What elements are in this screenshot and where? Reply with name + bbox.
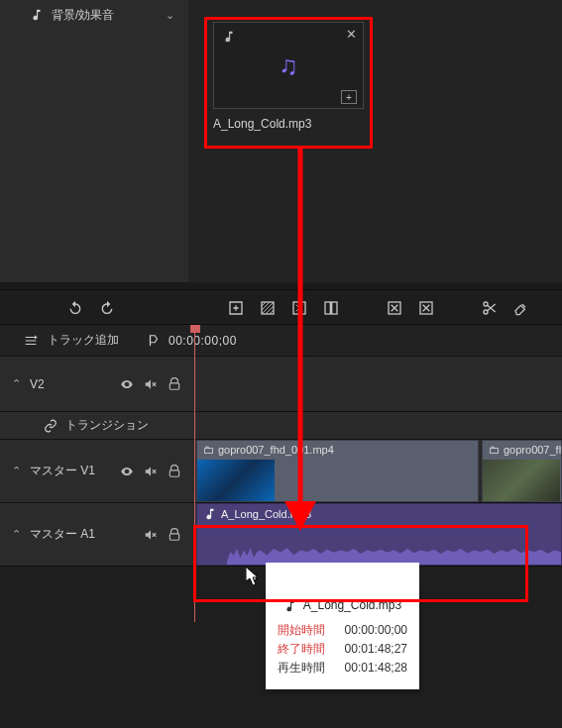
tooltip-duration-value: 00:01:48;28 xyxy=(345,659,407,677)
clip-label: gopro007_fhd xyxy=(504,444,562,456)
track-content-transition[interactable] xyxy=(191,412,562,439)
timeline-timecode[interactable]: 00:00:00;00 xyxy=(169,334,237,348)
folder-icon: 🗀 xyxy=(203,444,214,456)
track-content-master-v1[interactable]: 🗀 gopro007_fhd_001.mp4 🗀 gopro007_fhd xyxy=(191,440,562,502)
track-transition[interactable]: トランジション xyxy=(0,412,562,440)
svg-rect-8 xyxy=(169,383,178,389)
media-category-label: 背景/効果音 xyxy=(52,7,114,24)
audio-clip[interactable]: A_Long_Cold.mp3 xyxy=(196,503,562,566)
visibility-icon[interactable] xyxy=(120,464,134,478)
track-label: V2 xyxy=(30,377,45,391)
tooltip-end-label: 終了時間 xyxy=(278,640,333,659)
music-icon xyxy=(203,507,217,521)
svg-point-6 xyxy=(484,310,488,314)
media-category-bgm[interactable]: 背景/効果音 ⌄ xyxy=(0,0,188,30)
close-icon[interactable]: ✕ xyxy=(346,27,357,42)
clip-thumb xyxy=(483,460,560,501)
chevron-down-icon[interactable]: ⌄ xyxy=(166,9,174,22)
track-head-master-v1: ⌃ マスター V1 xyxy=(0,440,191,502)
tooltip-end-value: 00:01:48;27 xyxy=(345,640,407,659)
lock-icon[interactable] xyxy=(168,464,181,478)
clip-tooltip: A_Long_Cold.mp3 開始時間 00:00:00;00 終了時間 00… xyxy=(266,588,419,689)
lock-icon[interactable] xyxy=(168,527,181,542)
track-head-master-a1: ⌃ マスター A1 xyxy=(0,503,191,566)
tool-add[interactable] xyxy=(220,298,252,316)
tooltip-start-label: 開始時間 xyxy=(278,621,333,640)
track-content-v2[interactable] xyxy=(191,357,562,411)
track-head-transition: トランジション xyxy=(0,412,191,439)
tool-erase[interactable] xyxy=(506,298,537,316)
add-clip-button[interactable]: + xyxy=(341,90,357,104)
playhead[interactable] xyxy=(194,325,195,622)
track-content-master-a1[interactable]: A_Long_Cold.mp3 xyxy=(191,503,562,566)
tooltip-title: A_Long_Cold.mp3 xyxy=(303,598,401,612)
track-master-v1[interactable]: ⌃ マスター V1 🗀 gopro007_fhd_001.mp4 xyxy=(0,440,562,503)
media-thumbnail[interactable]: ✕ ♫ + A_Long_Cold.mp3 xyxy=(213,22,364,141)
lock-icon[interactable] xyxy=(168,376,181,391)
media-category-sidebar: 背景/効果音 ⌄ xyxy=(0,0,188,282)
track-label: マスター A1 xyxy=(30,526,95,543)
music-icon xyxy=(283,598,297,613)
collapse-icon[interactable]: ⌃ xyxy=(10,377,22,390)
tool-split-view[interactable] xyxy=(315,298,347,316)
svg-point-7 xyxy=(484,302,488,306)
clip-label: gopro007_fhd_001.mp4 xyxy=(218,444,334,456)
redo-button[interactable] xyxy=(91,298,123,316)
tooltip-duration-label: 再生時間 xyxy=(278,659,333,677)
track-v2[interactable]: ⌃ V2 xyxy=(0,357,562,412)
music-icon xyxy=(222,29,236,44)
mute-icon[interactable] xyxy=(144,376,158,391)
tool-hatch-box[interactable] xyxy=(283,298,315,316)
add-track-icon[interactable] xyxy=(24,333,38,348)
tool-hatch[interactable] xyxy=(252,298,283,316)
link-icon xyxy=(44,418,57,433)
svg-marker-13 xyxy=(246,567,258,585)
collapse-icon[interactable]: ⌃ xyxy=(10,528,22,541)
clip-thumb xyxy=(197,460,275,501)
music-icon xyxy=(30,8,44,23)
mute-icon[interactable] xyxy=(144,527,158,542)
marker-icon[interactable] xyxy=(147,333,161,348)
svg-rect-3 xyxy=(332,302,337,314)
media-thumb-card[interactable]: ✕ ♫ + xyxy=(213,22,364,109)
svg-rect-2 xyxy=(325,302,330,314)
collapse-icon[interactable]: ⌃ xyxy=(10,465,22,477)
track-master-a1[interactable]: ⌃ マスター A1 A_Long_Cold.mp3 xyxy=(0,503,562,567)
tool-delete-b[interactable] xyxy=(410,298,442,316)
timeline-toolbar xyxy=(0,289,562,325)
cursor-icon xyxy=(246,567,262,586)
clip-label: A_Long_Cold.mp3 xyxy=(221,508,311,520)
waveform xyxy=(227,533,561,565)
track-head-v2: ⌃ V2 xyxy=(0,357,191,411)
tooltip-start-value: 00:00:00;00 xyxy=(345,621,407,640)
folder-icon: 🗀 xyxy=(489,444,500,456)
tool-delete-a[interactable] xyxy=(379,298,410,316)
track-label: トランジション xyxy=(65,417,149,434)
video-clip-a[interactable]: 🗀 gopro007_fhd_001.mp4 xyxy=(196,440,479,502)
video-clip-b[interactable]: 🗀 gopro007_fhd xyxy=(482,440,562,502)
svg-rect-10 xyxy=(169,534,178,540)
undo-button[interactable] xyxy=(59,298,91,316)
media-thumb-filename: A_Long_Cold.mp3 xyxy=(213,117,364,131)
add-track-label[interactable]: トラック追加 xyxy=(48,332,119,349)
track-label: マスター V1 xyxy=(30,463,95,479)
tool-cut[interactable] xyxy=(474,298,506,316)
svg-rect-9 xyxy=(169,470,178,476)
visibility-icon[interactable] xyxy=(120,376,134,391)
music-note-icon: ♫ xyxy=(279,51,298,81)
timeline-header: トラック追加 00:00:00;00 xyxy=(0,325,562,357)
mute-icon[interactable] xyxy=(144,464,158,478)
